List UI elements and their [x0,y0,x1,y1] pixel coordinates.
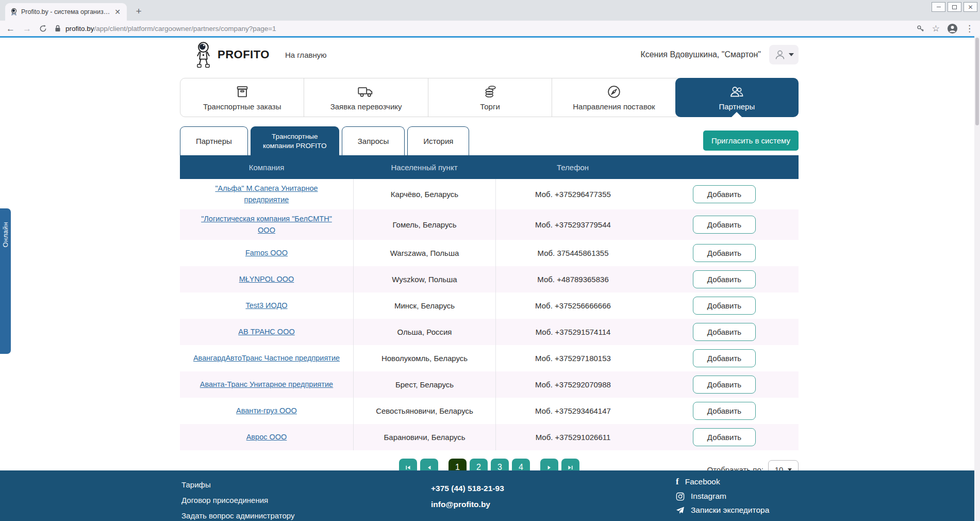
social-instagram[interactable]: Instagram [676,492,769,501]
profile-avatar-icon[interactable] [947,23,958,34]
company-link[interactable]: Аванти-груз ООО [236,405,297,416]
refresh-icon[interactable] [39,25,47,32]
add-button[interactable]: Добавить [693,270,756,288]
astronaut-icon [191,41,214,68]
phone-cell: Моб. +375292070988 [495,371,650,398]
action-cell: Добавить [650,240,799,266]
company-link[interactable]: Аванта-Транс Унитарное предприятие [200,379,333,390]
tab-close-icon[interactable]: ✕ [113,8,122,16]
logo-wordmark: PROFITO [218,48,270,61]
favicon-icon [10,8,18,16]
address-bar[interactable]: profito.by/app/client/platform/cargoowne… [55,25,908,32]
nav-tab-carrier-request[interactable]: Заявка перевозчику [304,78,427,117]
subtab-bar: Партнеры Транспортные компании PROFITO З… [180,126,469,155]
column-header-phone: Телефон [495,163,650,172]
password-key-icon[interactable] [916,24,925,33]
orders-box-icon [235,85,250,99]
phone-cell: Моб. 375445861355 [495,240,650,266]
subtab-transport-companies[interactable]: Транспортные компании PROFITO [251,126,339,155]
action-cell: Добавить [650,209,799,240]
table-row: АвангардАвтоТранс Частное предприятие Но… [180,345,799,371]
phone-cell: Моб. +48789365836 [495,266,650,292]
browser-toolbar: ← → profito.by/app/client/platform/cargo… [0,21,980,36]
add-button[interactable]: Добавить [693,297,756,315]
person-icon [774,49,786,60]
company-link[interactable]: MŁYNPOL ООО [239,273,294,285]
bookmark-star-icon[interactable]: ☆ [932,24,940,33]
page-footer: Тарифы Договор присоединения Задать вопр… [0,470,980,521]
chevron-down-icon [789,53,794,56]
online-chat-tab[interactable]: Онлайн [0,208,11,354]
social-facebook[interactable]: f Facebook [676,477,769,487]
truck-icon [357,85,375,99]
company-link[interactable]: Famos ООО [245,247,288,258]
footer-link-agreement[interactable]: Договор присоединения [181,496,295,504]
add-button[interactable]: Добавить [693,216,756,234]
action-cell: Добавить [650,371,799,398]
nav-tab-auctions[interactable]: Торги [428,78,552,117]
subtab-requests[interactable]: Запросы [342,126,405,155]
profito-logo[interactable]: PROFITO [191,41,270,68]
window-minimize-button[interactable] [932,2,945,12]
nav-tab-supply-directions[interactable]: Направления поставок [552,78,675,117]
company-link[interactable]: АвангардАвтоТранс Частное предприятие [193,352,340,364]
add-button[interactable]: Добавить [693,402,756,420]
nav-tab-label: Направления поставок [573,102,655,111]
window-close-button[interactable]: ✕ [964,2,977,12]
subtab-partners[interactable]: Партнеры [180,126,248,155]
last-page-icon [567,464,574,471]
home-link[interactable]: На главную [285,51,327,59]
company-link[interactable]: "Логистическая компания "БелСМТН" ООО [193,213,341,236]
company-cell: "Логистическая компания "БелСМТН" ООО [180,209,353,240]
back-icon[interactable]: ← [6,24,15,33]
column-header-city: Населенный пункт [353,163,495,172]
table-header: Компания Населенный пункт Телефон [180,155,799,179]
footer-link-tariffs[interactable]: Тарифы [181,480,295,489]
social-label: Instagram [691,492,726,501]
phone-cell: Моб. +375296477355 [495,179,650,209]
window-restore-button[interactable] [948,2,961,12]
action-cell: Добавить [650,179,799,209]
scrollbar-thumb[interactable] [975,38,979,125]
company-link[interactable]: Test3 ИОДО [245,300,287,311]
action-cell: Добавить [650,266,799,292]
subtab-label: История [423,137,453,145]
new-tab-button[interactable]: + [132,5,145,18]
nav-tab-transport-orders[interactable]: Транспортные заказы [180,78,304,117]
subtab-history[interactable]: История [407,126,469,155]
facebook-icon: f [676,477,679,487]
company-cell: АвангардАвтоТранс Частное предприятие [180,345,353,371]
table-row: Test3 ИОДО Минск, Беларусь Моб. +3752566… [180,292,799,319]
nav-tab-partners[interactable]: Партнеры [675,78,799,117]
browser-menu-icon[interactable]: ⋮ [965,24,974,33]
add-button[interactable]: Добавить [693,185,756,203]
social-label: Facebook [685,477,720,486]
add-button[interactable]: Добавить [693,376,756,394]
user-menu-button[interactable] [769,45,799,64]
add-button[interactable]: Добавить [693,323,756,341]
subtab-label: Транспортные компании PROFITO [257,132,333,150]
table-row: АВ ТРАНС ООО Ольша, Россия Моб. +3752915… [180,319,799,345]
add-button[interactable]: Добавить [693,349,756,367]
add-button[interactable]: Добавить [693,428,756,446]
company-link[interactable]: Аврос ООО [246,431,287,443]
partners-people-icon [729,85,744,99]
company-cell: Аванти-груз ООО [180,398,353,424]
footer-link-ask-admin[interactable]: Задать вопрос администратору [181,511,295,520]
action-cell: Добавить [650,424,799,450]
company-link[interactable]: "Альфа" М.Сапега Унитарное предприятие [193,183,341,206]
main-nav: Транспортные заказы Заявка перевозчику Т… [180,78,799,117]
social-telegram[interactable]: Записки экспедитора [676,506,769,515]
footer-phone: +375 (44) 518-21-93 [431,484,504,493]
user-name: Ксения Вдовушкина, "Смартон" [640,50,761,59]
subtab-label: Запросы [358,137,389,145]
company-link[interactable]: АВ ТРАНС ООО [238,326,294,337]
telegram-icon [676,506,685,515]
footer-email[interactable]: info@profito.by [431,500,504,509]
add-button[interactable]: Добавить [693,244,756,262]
lock-icon [55,25,61,32]
forward-icon[interactable]: → [23,24,31,33]
browser-tab[interactable]: Profito.by - система организац ✕ [5,3,127,21]
scrollbar[interactable] [974,36,980,521]
invite-button[interactable]: Пригласить в систему [703,131,799,151]
